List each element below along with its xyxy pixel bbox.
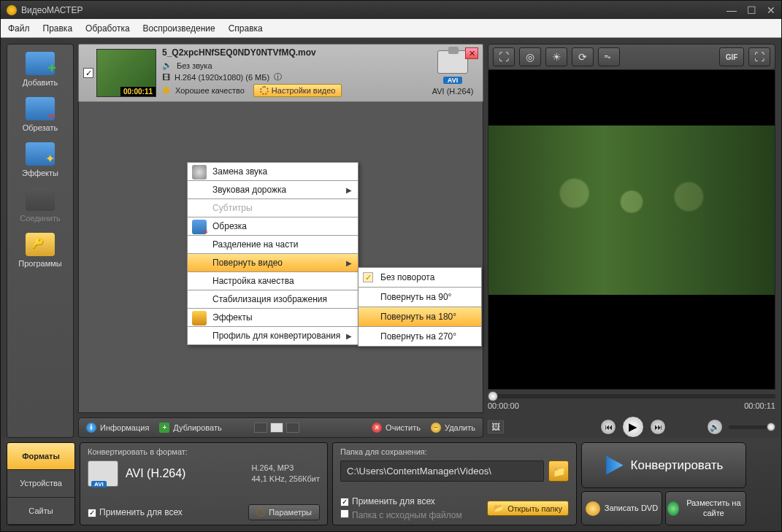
file-meta: 5_Q2xpcHNfSEQ0NDY0NTVfMQ.mov 🔈Без звука … xyxy=(162,47,427,99)
video-settings-button[interactable]: Настройки видео xyxy=(253,84,342,97)
file-item[interactable]: ✓ 00:00:11 5_Q2xpcHNfSEQ0NDY0NTVfMQ.mov … xyxy=(78,44,483,102)
convert-button[interactable]: Конвертировать xyxy=(581,442,746,488)
snapshot-button[interactable]: 🖼 xyxy=(488,420,504,433)
save-path-input[interactable]: C:\Users\ContentManager\Videos\ xyxy=(340,460,544,482)
disc-icon xyxy=(586,501,600,516)
volume-knob[interactable] xyxy=(767,423,775,431)
folder-source[interactable]: Папка с исходным файлом xyxy=(340,509,462,520)
params-button[interactable]: Параметры xyxy=(248,504,320,520)
ctx-audio-track[interactable]: Звуковая дорожка▶ xyxy=(188,181,358,199)
speed-tool-button[interactable]: ᯓ xyxy=(598,47,620,66)
prev-button[interactable]: ⏮ xyxy=(600,419,616,435)
file-thumbnail: 00:00:11 xyxy=(96,49,156,97)
view-toggle[interactable] xyxy=(254,423,299,433)
view-list-icon[interactable] xyxy=(254,423,267,433)
rotate-none[interactable]: ✓Без поворота xyxy=(359,268,481,288)
gear-icon xyxy=(256,508,265,517)
target-badge: AVI xyxy=(443,77,462,84)
sidebar-effects[interactable]: Эффекты xyxy=(11,139,69,182)
open-folder-button[interactable]: 📂 Открыть папку xyxy=(487,501,569,516)
dvd-label: Записать DVD xyxy=(605,504,658,513)
sidebar-cut[interactable]: Обрезать xyxy=(11,94,69,136)
tab-devices[interactable]: Устройства xyxy=(7,470,74,497)
seek-knob[interactable] xyxy=(488,391,498,401)
menu-process[interactable]: Обработка xyxy=(85,23,130,34)
folder-header: Папка для сохранения: xyxy=(340,447,569,456)
ctx-effects[interactable]: Эффекты xyxy=(188,309,358,327)
ctx-profile[interactable]: Профиль для конвертирования▶ xyxy=(188,327,358,344)
key-icon xyxy=(26,233,55,256)
ctx-split[interactable]: Разделение на части xyxy=(188,236,358,254)
menu-file[interactable]: Файл xyxy=(8,23,30,34)
chevron-right-icon: ▶ xyxy=(346,186,352,194)
menu-help[interactable]: Справка xyxy=(229,23,263,34)
join-icon xyxy=(26,188,55,211)
seek-bar[interactable] xyxy=(488,394,775,398)
rotate-90[interactable]: Повернуть на 90° xyxy=(359,288,481,307)
ctx-crop[interactable]: Обрезка xyxy=(188,217,358,236)
brightness-tool-button[interactable]: ◎ xyxy=(519,47,541,66)
preview-toolbar: ⛶ ◎ ☀ ⟳ ᯓ GIF ⛶ xyxy=(488,44,775,70)
rotate-270[interactable]: Повернуть на 270° xyxy=(359,327,481,346)
maximize-icon[interactable]: ☐ xyxy=(747,4,756,16)
close-icon[interactable]: ✕ xyxy=(767,4,775,16)
remove-file-button[interactable]: ✕ xyxy=(465,47,478,59)
delete-button[interactable]: −Удалить xyxy=(431,423,475,433)
ctx-quality-label: Настройка качества xyxy=(212,276,294,286)
time-total: 00:00:11 xyxy=(744,401,775,410)
menu-playback[interactable]: Воспроизведение xyxy=(143,23,215,34)
publish-site-button[interactable]: Разместить на сайте xyxy=(665,491,746,525)
delete-icon: − xyxy=(431,423,441,433)
ctx-rotate[interactable]: Повернуть видео▶ xyxy=(188,254,358,272)
file-checkbox[interactable]: ✓ xyxy=(83,68,93,78)
folder-apply-all[interactable]: ✓Применить для всех xyxy=(340,496,462,506)
minimize-icon[interactable]: — xyxy=(727,4,737,16)
duplicate-button[interactable]: +Дублировать xyxy=(159,423,221,433)
sidebar-programs[interactable]: Программы xyxy=(11,230,69,272)
next-button[interactable]: ⏭ xyxy=(650,419,666,435)
ctx-stabilize[interactable]: Стабилизация изображения xyxy=(188,290,358,309)
tab-formats[interactable]: Форматы xyxy=(7,443,74,470)
reel-icon: 🎞 xyxy=(162,73,170,82)
rotate-tool-button[interactable]: ⟳ xyxy=(572,47,594,66)
burn-dvd-button[interactable]: Записать DVD xyxy=(581,491,662,525)
menu-edit[interactable]: Правка xyxy=(43,23,73,34)
info-small-icon[interactable]: ⓘ xyxy=(274,72,282,82)
format-details: H.264, MP344,1 KHz, 256Кбит xyxy=(251,463,320,485)
rotate-180[interactable]: Повернуть на 180° xyxy=(359,307,481,327)
format-panel: Конвертировать в формат: AVI AVI (H.264)… xyxy=(80,442,328,525)
folder-apply-checkbox[interactable]: ✓ xyxy=(340,498,349,506)
browse-folder-button[interactable]: 📁 xyxy=(548,460,569,482)
fullscreen-button[interactable]: ⛶ xyxy=(748,47,770,66)
sidebar-join: Соединить xyxy=(11,185,69,227)
ctx-subtitles: Субтитры xyxy=(188,199,358,217)
file-nosound: Без звука xyxy=(177,61,212,70)
crop-icon xyxy=(192,220,207,234)
open-folder-label: Открыть папку xyxy=(507,504,562,513)
play-button[interactable]: ▶ xyxy=(622,416,644,438)
format-selector[interactable]: AVI AVI (H.264) H.264, MP344,1 KHz, 256К… xyxy=(88,460,320,487)
sidebar-cut-label: Обрезать xyxy=(23,123,58,132)
view-grid-icon[interactable] xyxy=(286,423,299,433)
menubar: Файл Правка Обработка Воспроизведение Сп… xyxy=(1,19,781,38)
view-switch-icon[interactable] xyxy=(270,423,283,433)
sidebar-add[interactable]: Добавить xyxy=(11,49,69,91)
info-button[interactable]: iИнформация xyxy=(86,423,149,433)
contrast-tool-button[interactable]: ☀ xyxy=(545,47,567,66)
crop-tool-button[interactable]: ⛶ xyxy=(493,47,515,66)
convert-icon xyxy=(605,456,624,475)
speaker-icon: 🔈 xyxy=(162,61,172,70)
volume-bar[interactable] xyxy=(729,425,775,429)
list-toolbar: iИнформация +Дублировать ×Очистить −Удал… xyxy=(78,417,483,438)
ctx-swap-audio[interactable]: Замена звука xyxy=(188,163,358,181)
folder-src-checkbox[interactable] xyxy=(340,509,349,518)
volume-button[interactable]: 🔊 xyxy=(707,419,723,435)
tab-sites[interactable]: Сайты xyxy=(7,498,74,525)
apply-checkbox[interactable]: ✓ xyxy=(88,509,96,517)
clear-button[interactable]: ×Очистить xyxy=(372,423,421,433)
format-apply-all[interactable]: ✓Применить для всех xyxy=(88,507,183,517)
gif-button[interactable]: GIF xyxy=(719,47,744,66)
ctx-quality[interactable]: Настройка качества xyxy=(188,272,358,290)
preview-frame xyxy=(488,126,775,295)
file-quality: Хорошее качество xyxy=(175,86,245,95)
